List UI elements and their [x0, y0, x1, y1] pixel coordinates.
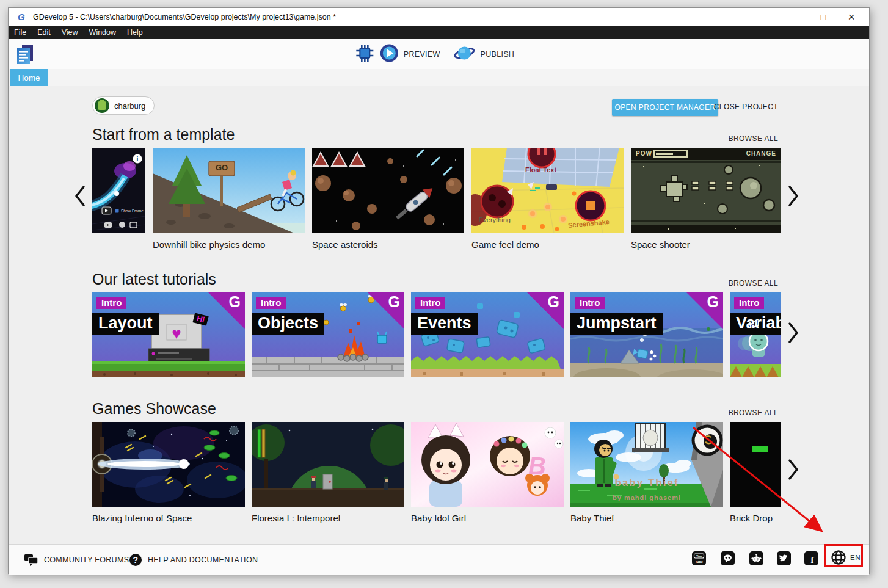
- plus-one-label: +1: [746, 318, 760, 332]
- float-text-label: Float Text: [525, 166, 556, 173]
- youtube-icon[interactable]: YouTube: [692, 551, 706, 565]
- templates-row: i Show Frame: [9, 148, 869, 258]
- reddit-icon[interactable]: [749, 551, 763, 565]
- svg-text:Tube: Tube: [695, 560, 703, 564]
- app-window: G GDevelop 5 - C:\Users\charburg\Documen…: [8, 7, 870, 574]
- showcase-section-title: Games Showcase: [92, 400, 216, 418]
- tutorial-card-jumpstart[interactable]: Intro Jumpstart G: [570, 292, 723, 377]
- template-card-partial[interactable]: i Show Frame: [92, 148, 145, 233]
- help-icon: ?: [129, 553, 142, 567]
- project-manager-icon[interactable]: [13, 43, 37, 68]
- template-caption: Space shooter: [631, 239, 690, 250]
- change-label: CHANGE: [746, 150, 776, 157]
- template-caption: Space asteroids: [312, 239, 378, 250]
- template-card-downhill[interactable]: GO Downhill bike physics demo: [153, 148, 305, 233]
- gdevelop-corner-logo: G: [548, 293, 559, 311]
- maximize-button[interactable]: □: [809, 8, 837, 26]
- intro-badge: Intro: [734, 297, 764, 309]
- language-label: EN: [850, 554, 861, 561]
- svg-text:You: You: [696, 554, 702, 558]
- forum-chat-icon: [24, 553, 38, 567]
- showcase-caption: Baby Idol Girl: [411, 513, 466, 523]
- facebook-icon[interactable]: f: [804, 551, 818, 565]
- showcase-card-brickdrop[interactable]: Brick Drop: [730, 422, 781, 507]
- showcase-card-babyidol[interactable]: B Baby Idol Girl: [411, 422, 564, 507]
- go-sign-label: GO: [216, 163, 228, 172]
- showcase-caption: Baby Thief: [570, 513, 614, 523]
- tutorials-row: ♥ Intro Layout Hi G: [9, 292, 869, 384]
- showcase-caption: Floresia I : Intemporel: [252, 513, 340, 523]
- footer: COMMUNITY FORUMS ? HELP AND DOCUMENTATIO…: [9, 544, 869, 575]
- publish-label[interactable]: PUBLISH: [481, 50, 515, 59]
- avatar: [95, 98, 109, 113]
- menu-edit[interactable]: Edit: [32, 26, 56, 39]
- svg-text:G: G: [18, 12, 25, 22]
- tutorials-browse-all[interactable]: BROWSE ALL: [729, 279, 778, 288]
- template-card-asteroids[interactable]: Space asteroids: [312, 148, 464, 233]
- tutorial-card-events[interactable]: Intro Events G: [411, 292, 564, 377]
- showcase-row: Blazing Inferno of Space: [9, 422, 869, 532]
- gdevelop-corner-logo: G: [707, 293, 719, 311]
- svg-text:i: i: [137, 156, 139, 162]
- preview-label[interactable]: PREVIEW: [404, 50, 440, 59]
- tab-bar: Home: [9, 69, 869, 86]
- intro-badge: Intro: [256, 297, 286, 309]
- help-documentation-label: HELP AND DOCUMENTATION: [148, 556, 258, 564]
- publish-globe-icon[interactable]: [454, 43, 476, 65]
- help-documentation-link[interactable]: ? HELP AND DOCUMENTATION: [129, 545, 258, 575]
- babythief-credit-overlay: by mahdi ghasemi: [570, 494, 723, 501]
- gdevelop-logo-icon: G: [17, 12, 27, 24]
- language-selector[interactable]: EN: [831, 550, 861, 565]
- svg-text:?: ?: [133, 555, 139, 565]
- tutorial-title: Jumpstart: [570, 313, 663, 335]
- showcase-browse-all[interactable]: BROWSE ALL: [729, 408, 778, 417]
- twitter-icon[interactable]: [777, 551, 791, 565]
- everything-label: Everything: [479, 216, 511, 223]
- menu-help[interactable]: Help: [122, 26, 148, 39]
- pow-label: POW: [636, 150, 652, 157]
- close-button[interactable]: ×: [837, 8, 865, 26]
- tutorial-title: Layout: [92, 313, 159, 335]
- menu-file[interactable]: File: [9, 26, 32, 39]
- templates-browse-all[interactable]: BROWSE ALL: [729, 134, 778, 143]
- showcase-card-babythief[interactable]: baby Thief by mahdi ghasemi Baby Thief: [570, 422, 723, 507]
- close-project-button[interactable]: CLOSE PROJECT: [714, 103, 778, 111]
- toolbar: PREVIEW PUBLISH: [9, 39, 869, 69]
- minimize-button[interactable]: —: [781, 8, 809, 26]
- user-profile-chip[interactable]: charburg: [92, 96, 155, 115]
- showcase-card-floresia[interactable]: Floresia I : Intemporel: [252, 422, 404, 507]
- template-caption: Game feel demo: [471, 239, 539, 250]
- tab-home[interactable]: Home: [10, 69, 48, 86]
- tutorial-card-layout[interactable]: ♥ Intro Layout Hi G: [92, 292, 245, 377]
- intro-badge: Intro: [575, 297, 605, 309]
- community-forums-label: COMMUNITY FORUMS: [44, 556, 129, 564]
- username: charburg: [114, 101, 145, 111]
- globe-icon: [831, 550, 846, 565]
- menu-view[interactable]: View: [56, 26, 84, 39]
- showcase-card-blazing[interactable]: Blazing Inferno of Space: [92, 422, 245, 507]
- showcase-caption: Blazing Inferno of Space: [92, 513, 192, 523]
- open-project-manager-button[interactable]: OPEN PROJECT MANAGER: [612, 99, 718, 116]
- debug-icon[interactable]: [355, 43, 374, 65]
- templates-section-title: Start from a template: [92, 126, 235, 143]
- window-title: GDevelop 5 - C:\Users\charburg\Documents…: [33, 13, 336, 21]
- home-page: charburg OPEN PROJECT MANAGER CLOSE PROJ…: [9, 86, 869, 544]
- window-controls: — □ ×: [781, 8, 865, 26]
- intro-badge: Intro: [96, 297, 126, 309]
- template-card-gamefeel[interactable]: Float Text Everything Screenshake Game f…: [471, 148, 624, 233]
- discord-icon[interactable]: [721, 551, 735, 565]
- gdevelop-corner-logo: G: [388, 293, 400, 311]
- tutorial-card-variables[interactable]: Intro Variab +1: [730, 292, 781, 377]
- babythief-title-overlay: baby Thief: [570, 477, 723, 489]
- community-forums-link[interactable]: COMMUNITY FORUMS: [24, 545, 129, 575]
- tutorial-card-objects[interactable]: Intro Objects G: [252, 292, 404, 377]
- showcase-caption: Brick Drop: [730, 513, 773, 523]
- preview-play-icon[interactable]: [379, 43, 399, 65]
- menu-window[interactable]: Window: [84, 26, 122, 39]
- template-card-shooter[interactable]: POW CHANGE Space shooter: [631, 148, 781, 233]
- title-bar: G GDevelop 5 - C:\Users\charburg\Documen…: [9, 8, 869, 26]
- menu-bar: File Edit View Window Help: [9, 26, 869, 39]
- tutorials-section-title: Our latest tutorials: [92, 270, 216, 288]
- intro-badge: Intro: [415, 297, 445, 309]
- template-caption: Downhill bike physics demo: [153, 239, 265, 250]
